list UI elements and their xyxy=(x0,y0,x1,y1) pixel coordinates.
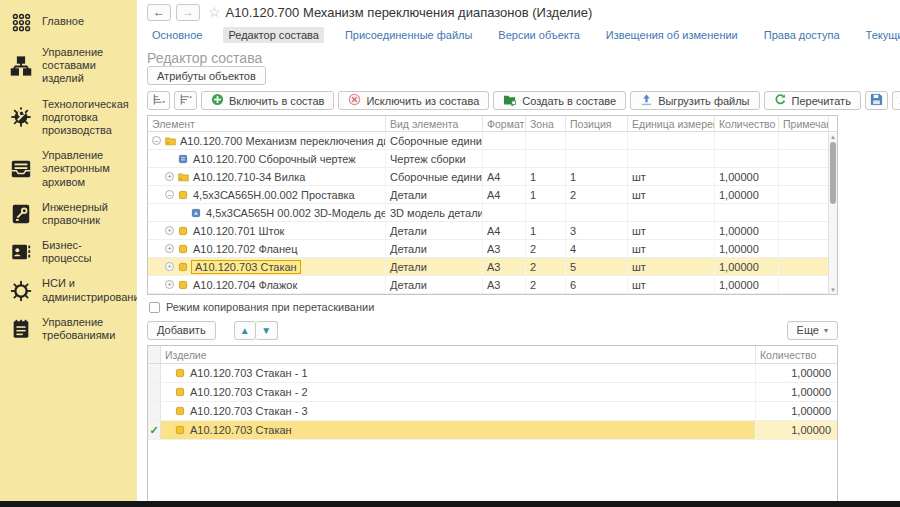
cell-unit: шт xyxy=(628,186,715,203)
table-row[interactable]: +А10.120.704 ФлажокДеталиА326шт1,00000 xyxy=(148,276,837,294)
cell-unit: шт xyxy=(628,276,715,293)
selected-cell-text: А10.120.703 Стакан xyxy=(191,260,301,274)
products-more-button[interactable]: Еще▾ xyxy=(787,321,838,340)
cell-unit: шт xyxy=(628,258,715,275)
tab-текущие-владельцы-объекта[interactable]: Текущие владельцы объекта xyxy=(861,27,900,43)
expander-minus-icon[interactable]: – xyxy=(152,136,161,145)
cell-unit: шт xyxy=(628,222,715,239)
tab-права-доступа[interactable]: Права доступа xyxy=(759,27,845,43)
back-button[interactable]: ← xyxy=(147,4,171,21)
expander-plus-icon[interactable]: + xyxy=(165,280,174,289)
upload-files-button[interactable]: Выгрузить файлы xyxy=(630,91,759,110)
product-row[interactable]: А10.120.703 Стакан - 11,00000 xyxy=(148,364,837,383)
cell-zone: 2 xyxy=(526,276,566,293)
sidebar-item-techprep[interactable]: Технологическая подготовка производства xyxy=(0,92,137,144)
column-header[interactable]: Зона xyxy=(526,116,566,131)
expander-plus-icon[interactable]: + xyxy=(165,226,174,235)
cell-zone xyxy=(526,204,566,221)
element-text: А10.120.710-34 Вилка xyxy=(193,171,305,183)
table-row[interactable]: –А10.120.700 Механизм переключения диапа… xyxy=(148,132,837,150)
expand-tree-button[interactable] xyxy=(147,91,170,110)
expander-minus-icon[interactable]: – xyxy=(165,190,174,199)
include-in-composition-button[interactable]: Включить в состав xyxy=(201,91,334,110)
cell-kind: Чертеж сборки xyxy=(386,150,483,167)
sidebar-item-compositions[interactable]: Управление составами изделий xyxy=(0,40,137,92)
attributes-objects-button[interactable]: Атрибуты объектов xyxy=(147,66,266,85)
product-row[interactable]: А10.120.703 Стакан - 31,00000 xyxy=(148,402,837,421)
tab-версии-объекта[interactable]: Версии объекта xyxy=(493,27,584,43)
table-row[interactable]: –4,5х3СА565Н.00.002 ПроставкаДеталиА412ш… xyxy=(148,186,837,204)
move-up-button[interactable]: ▲ xyxy=(234,321,256,340)
vertical-scrollbar[interactable]: ▲▼ xyxy=(828,133,837,294)
tab-основное[interactable]: Основное xyxy=(147,27,207,43)
create-in-composition-button[interactable]: Создать в составе xyxy=(493,91,626,110)
add-button[interactable]: Добавить xyxy=(147,321,216,340)
product-row[interactable]: ✓А10.120.703 Стакан1,00000 xyxy=(148,421,837,440)
expander-plus-icon[interactable]: + xyxy=(165,244,174,253)
column-header[interactable]: Единица измерения xyxy=(628,116,715,131)
sidebar-item-requirements[interactable]: Управление требованиями xyxy=(0,310,137,348)
column-header[interactable]: Изделие xyxy=(161,346,756,363)
column-header[interactable]: Количество xyxy=(715,116,779,131)
copy-mode-row[interactable]: Режим копирования при перетаскивании xyxy=(149,300,900,314)
sidebar-item-label: Главное xyxy=(42,15,84,28)
product-quantity-cell: 1,00000 xyxy=(756,421,837,439)
archive-icon xyxy=(9,157,33,181)
sidebar-item-label: Управление требованиями xyxy=(42,316,131,342)
cell-position: 4 xyxy=(566,240,628,257)
scrollbar-thumb[interactable] xyxy=(830,142,836,204)
table-row[interactable]: +А10.120.702 ФланецДеталиА324шт1,00000 xyxy=(148,240,837,258)
sidebar-item-archive[interactable]: Управление электронным архивом xyxy=(0,143,137,195)
tab-редактор-состава[interactable]: Редактор состава xyxy=(223,27,324,43)
reread-button[interactable]: Перечитать xyxy=(764,91,861,110)
column-header[interactable]: Вид элемента xyxy=(386,116,483,131)
cell-format: А3 xyxy=(483,240,526,257)
table-row[interactable]: 4,5х3СА565Н 00.002 3D-Модель детали3D мо… xyxy=(148,204,837,222)
sidebar-item-bizproc[interactable]: Бизнес-процессы xyxy=(0,233,137,271)
move-down-button[interactable]: ▼ xyxy=(256,321,278,340)
table-row[interactable]: А10.120.700 Сборочный чертежЧертеж сборк… xyxy=(148,150,837,168)
tab-присоединенные-файлы[interactable]: Присоединенные файлы xyxy=(340,27,477,43)
product-row[interactable]: А10.120.703 Стакан - 21,00000 xyxy=(148,383,837,402)
save-icon xyxy=(870,93,883,108)
table-row[interactable]: +А10.120.710-34 ВилкаСборочные единицыА4… xyxy=(148,168,837,186)
product-name-text: А10.120.703 Стакан xyxy=(190,424,292,436)
forward-button[interactable]: → xyxy=(176,4,200,21)
gear-icon xyxy=(9,279,33,303)
sidebar-item-handbook[interactable]: Инженерный справочник xyxy=(0,195,137,233)
column-header[interactable]: Элемент xyxy=(148,116,386,131)
sidebar-item-label: Бизнес-процессы xyxy=(42,239,131,265)
reread-icon xyxy=(774,93,787,108)
favorite-icon[interactable]: ☆ xyxy=(208,4,221,20)
cell-position: 2 xyxy=(566,186,628,203)
cell-quantity: 1,00000 xyxy=(715,240,779,257)
collapse-tree-button[interactable] xyxy=(174,91,197,110)
assembly-icon xyxy=(165,136,176,146)
element-text: А10.120.701 Шток xyxy=(193,225,284,237)
table-row[interactable]: +А10.120.701 ШтокДеталиА413шт1,00000 xyxy=(148,222,837,240)
column-header[interactable]: Формат xyxy=(483,116,526,131)
back-icon: ← xyxy=(153,5,165,19)
cell-element: +А10.120.702 Фланец xyxy=(148,240,386,257)
clear-marks-button[interactable] xyxy=(892,91,900,110)
cell-note xyxy=(779,276,829,293)
product-quantity-cell: 1,00000 xyxy=(756,402,837,420)
scroll-down-icon[interactable]: ▼ xyxy=(829,286,837,294)
cell-position: 1 xyxy=(566,168,628,185)
expander-plus-icon[interactable]: + xyxy=(165,172,174,181)
row-selector-cell xyxy=(148,383,161,401)
column-header[interactable]: Позиция xyxy=(566,116,628,131)
exclude-from-composition-button[interactable]: Исключить из состава xyxy=(338,91,489,110)
tab-извещения-об-изменении[interactable]: Извещения об изменении xyxy=(601,27,743,43)
column-header[interactable]: Количество xyxy=(756,346,837,363)
copy-mode-checkbox[interactable] xyxy=(149,302,160,313)
sidebar-item-nsi[interactable]: НСИ и администрирование xyxy=(0,271,137,309)
save-button[interactable] xyxy=(865,91,888,110)
scroll-up-icon[interactable]: ▲ xyxy=(829,133,837,141)
cell-position xyxy=(566,204,628,221)
column-header[interactable]: Примечание xyxy=(779,116,829,131)
expander-plus-icon[interactable]: + xyxy=(165,262,174,271)
cell-kind: Детали xyxy=(386,240,483,257)
table-row[interactable]: +А10.120.703 СтаканДеталиА325шт1,00000 xyxy=(148,258,837,276)
sidebar-item-main[interactable]: Главное xyxy=(0,4,137,40)
